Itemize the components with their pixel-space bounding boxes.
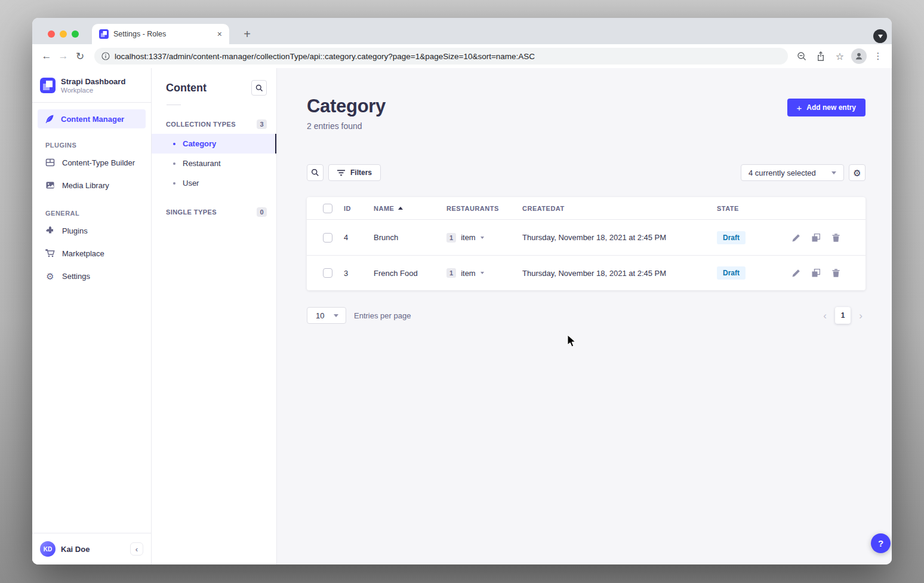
state-badge: Draft (717, 231, 746, 244)
filters-label: Filters (350, 168, 372, 177)
sidebar-item-label: Settings (62, 272, 90, 281)
new-tab-button[interactable]: + (240, 27, 254, 41)
restaurants-label: item (461, 269, 476, 278)
bullet-icon (173, 162, 175, 165)
subnav-item-restaurant[interactable]: Restaurant (152, 154, 276, 173)
page-title: Category (307, 96, 386, 117)
browser-avatar-icon[interactable] (851, 48, 867, 64)
help-button[interactable]: ? (871, 533, 891, 553)
forward-button[interactable]: → (55, 50, 72, 62)
edit-pencil-icon[interactable] (792, 269, 800, 277)
user-name: Kai Doe (61, 545, 125, 554)
current-page[interactable]: 1 (835, 307, 851, 324)
workspace-label: Workplace (61, 87, 125, 94)
cell-id: 4 (344, 233, 374, 242)
bookmark-star-icon[interactable]: ☆ (832, 48, 848, 64)
previous-page-icon[interactable]: ‹ (820, 311, 830, 321)
restaurants-label: item (461, 233, 476, 242)
table-row[interactable]: 3 French Food 1 item Thursday, November … (307, 255, 866, 290)
column-header-id[interactable]: ID (344, 205, 374, 212)
row-checkbox[interactable] (323, 268, 332, 278)
column-header-state[interactable]: STATE (717, 205, 788, 212)
back-button[interactable]: ← (38, 50, 55, 62)
tab-close-icon[interactable]: × (217, 30, 222, 38)
sidebar-item-label: Marketplace (62, 249, 104, 258)
workspace-switcher[interactable]: Strapi Dashboard Workplace (32, 68, 151, 101)
sidebar-item-content-manager[interactable]: Content Manager (38, 109, 146, 128)
desktop: Settings - Roles × + ← → ↻ localhost:133… (0, 0, 924, 583)
main-sidebar: Strapi Dashboard Workplace Content Manag… (32, 68, 152, 564)
strapi-favicon-icon (99, 29, 109, 39)
cell-name: Brunch (374, 233, 446, 242)
single-types-count-badge: 0 (257, 207, 267, 217)
duplicate-icon[interactable] (812, 269, 820, 277)
entries-count: 2 entries found (307, 121, 386, 131)
column-header-createdat[interactable]: CREATEDAT (522, 205, 717, 212)
subnav-search-button[interactable] (251, 80, 267, 96)
column-header-name[interactable]: NAME (374, 205, 446, 212)
entries-table: ID NAME RESTAURANTS CREATEDAT STATE 4 (307, 197, 866, 290)
cell-createdat: Thursday, November 18, 2021 at 2:45 PM (522, 269, 717, 278)
page-size-select[interactable]: 10 (307, 307, 346, 324)
cart-icon (45, 248, 55, 258)
browser-toolbar: ← → ↻ localhost:1337/admin/content-manag… (32, 44, 892, 68)
sidebar-item-content-type-builder[interactable]: Content-Type Builder (32, 151, 151, 174)
user-avatar[interactable]: KD (40, 541, 56, 557)
cell-restaurants[interactable]: 1 item (446, 233, 522, 243)
image-icon (45, 180, 55, 190)
cell-id: 3 (344, 269, 374, 278)
collapse-sidebar-button[interactable]: ‹ (130, 542, 143, 556)
close-window-button[interactable] (48, 30, 55, 38)
gear-icon: ⚙ (853, 168, 861, 177)
search-button[interactable] (307, 164, 324, 181)
share-icon[interactable] (813, 48, 828, 64)
sidebar-item-plugins[interactable]: Plugins (32, 219, 151, 242)
toolbar-icons: ☆ ⋮ (794, 48, 886, 64)
browser-tab[interactable]: Settings - Roles × (92, 24, 229, 44)
cell-name: French Food (374, 269, 446, 278)
state-badge: Draft (717, 266, 746, 280)
chevron-down-icon (481, 237, 484, 239)
subnav-item-user[interactable]: User (152, 173, 276, 193)
mouse-cursor (567, 335, 579, 348)
maximize-window-button[interactable] (72, 30, 79, 38)
browser-menu-icon[interactable]: ⋮ (870, 48, 886, 64)
select-all-checkbox[interactable] (323, 204, 332, 213)
sort-ascending-icon (398, 207, 403, 210)
table-header-row: ID NAME RESTAURANTS CREATEDAT STATE (307, 197, 866, 220)
duplicate-icon[interactable] (812, 234, 820, 242)
reload-button[interactable]: ↻ (72, 50, 88, 63)
zoom-out-icon[interactable] (794, 48, 809, 64)
edit-pencil-icon[interactable] (792, 234, 800, 242)
active-indicator (275, 134, 276, 154)
minimize-window-button[interactable] (60, 30, 67, 38)
table-settings-button[interactable]: ⚙ (849, 164, 866, 181)
feather-pen-icon (45, 114, 54, 124)
browser-window: Settings - Roles × + ← → ↻ localhost:133… (32, 18, 892, 564)
sidebar-section-general: GENERAL (32, 197, 151, 219)
column-header-restaurants[interactable]: RESTAURANTS (446, 205, 522, 212)
site-info-icon[interactable] (101, 52, 110, 60)
app-name: Strapi Dashboard (61, 77, 125, 87)
delete-trash-icon[interactable] (831, 234, 840, 242)
delete-trash-icon[interactable] (831, 269, 840, 277)
cell-restaurants[interactable]: 1 item (446, 268, 522, 278)
browser-profile-chevron-icon[interactable] (873, 29, 887, 43)
fields-selected-label: 4 currently selected (749, 168, 816, 177)
pagination: 10 Entries per page ‹ 1 › (307, 307, 866, 324)
sidebar-item-marketplace[interactable]: Marketplace (32, 242, 151, 265)
table-row[interactable]: 4 Brunch 1 item Thursday, November 18, 2… (307, 220, 866, 255)
sidebar-item-settings[interactable]: ⚙ Settings (32, 265, 151, 287)
bullet-icon (173, 182, 175, 185)
sidebar-section-plugins: PLUGINS (32, 128, 151, 151)
sidebar-item-media-library[interactable]: Media Library (32, 174, 151, 197)
restaurants-count-badge: 1 (446, 268, 456, 278)
row-checkbox[interactable] (323, 233, 332, 243)
add-new-entry-button[interactable]: + Add new entry (787, 99, 866, 116)
url-bar[interactable]: localhost:1337/admin/content-manager/col… (94, 48, 788, 65)
subnav-item-category[interactable]: Category (152, 134, 276, 154)
filters-button[interactable]: Filters (328, 164, 381, 181)
main-content: Category 2 entries found + Add new entry (277, 68, 892, 564)
fields-selected-dropdown[interactable]: 4 currently selected (741, 164, 844, 181)
next-page-icon[interactable]: › (856, 311, 866, 321)
